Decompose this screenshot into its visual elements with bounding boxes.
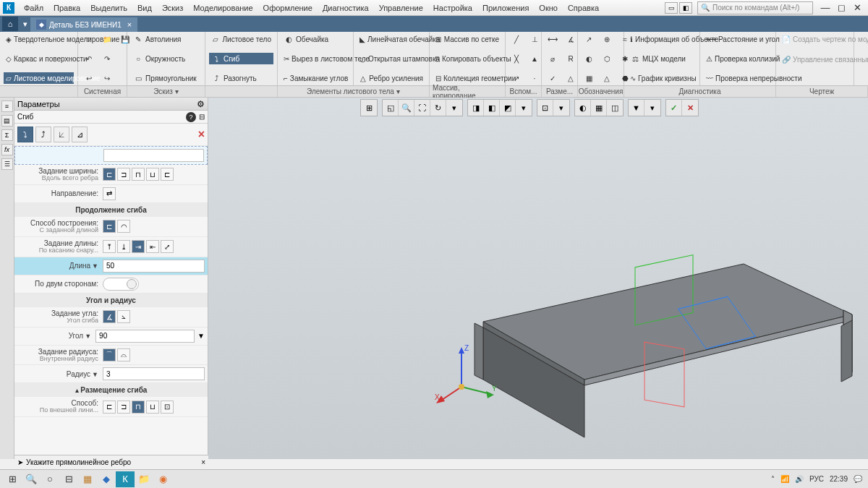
orientation-triad[interactable]: Z Y X: [433, 343, 498, 408]
vp-sec3[interactable]: ◫: [607, 100, 623, 116]
layout-icon-1[interactable]: ▭: [665, 2, 678, 14]
list-icon[interactable]: ☰: [1, 158, 13, 170]
twosides-toggle[interactable]: [103, 278, 139, 291]
vp-sec1[interactable]: ◐: [575, 100, 591, 116]
lang-indicator[interactable]: РУС: [809, 475, 824, 483]
vars-icon[interactable]: Σ: [1, 129, 13, 141]
app2-icon[interactable]: ◆: [97, 471, 116, 487]
cut-button[interactable]: ✂Вырез в листовом теле: [281, 53, 349, 64]
vp-snap[interactable]: ⊞: [361, 100, 377, 116]
menu-window[interactable]: Окно: [534, 1, 563, 14]
menu-manage[interactable]: Управление: [374, 1, 428, 14]
len-opt5[interactable]: ⤢: [161, 240, 174, 253]
app4-icon[interactable]: ◉: [153, 471, 172, 487]
app1-icon[interactable]: ▦: [78, 471, 97, 487]
width-opt5[interactable]: ⊏: [161, 168, 174, 181]
aux5[interactable]: ↗: [509, 72, 526, 84]
params-gear-icon[interactable]: ⚙: [197, 99, 205, 109]
tree-icon[interactable]: ≡: [1, 100, 13, 112]
copy-button[interactable]: ⎘Копировать объекты: [433, 53, 501, 64]
menu-view[interactable]: Вид: [132, 1, 157, 14]
vp-plane[interactable]: ◱: [383, 100, 399, 116]
open-stamp-button[interactable]: ◡Открытая штамповка: [357, 53, 425, 64]
ruled-button[interactable]: ◣Линейчатая обечайка: [357, 33, 425, 45]
mode-solid[interactable]: ◈Твердотельное моделирование: [4, 33, 74, 45]
build-opt1[interactable]: ⊏: [103, 220, 116, 233]
vp-sec2[interactable]: ▦: [591, 100, 607, 116]
vp-accept[interactable]: ✓: [666, 100, 682, 116]
place-opt2[interactable]: ⊐: [117, 401, 130, 414]
tray-up-icon[interactable]: ˄: [771, 475, 775, 483]
rib-button[interactable]: △Ребро усиления: [357, 72, 425, 84]
radius-input[interactable]: [103, 367, 205, 380]
len-opt4[interactable]: ⇤: [146, 240, 159, 253]
angle-opt2[interactable]: ⦣: [117, 310, 130, 323]
array-button[interactable]: ⊞Массив по сетке: [433, 33, 501, 45]
dim5[interactable]: ✓: [545, 72, 562, 84]
home-tab[interactable]: ⌂: [2, 17, 18, 31]
bend-button[interactable]: ⤵Сгиб: [209, 53, 273, 64]
menu-select[interactable]: Выделить: [85, 1, 132, 14]
section-placement[interactable]: Размещение сгиба: [80, 386, 147, 394]
start-button[interactable]: ⊞: [3, 471, 22, 487]
vp-wire[interactable]: ⊡: [537, 100, 553, 116]
width-opt4[interactable]: ⊔: [146, 168, 159, 181]
angle-opt1[interactable]: ∡: [103, 310, 116, 323]
forward-button[interactable]: ↪: [100, 72, 116, 84]
layers-icon[interactable]: ▤: [1, 115, 13, 127]
info-button[interactable]: ℹИнформация об объекте: [628, 33, 696, 45]
menu-apps[interactable]: Приложения: [477, 1, 534, 14]
cont-button[interactable]: 〰Проверка непрерывности: [704, 72, 772, 84]
taskview-icon[interactable]: ⊟: [59, 471, 78, 487]
menu-edit[interactable]: Правка: [48, 1, 85, 14]
3d-viewport[interactable]: ⊞ ◱ 🔍 ⛶ ↻ ▾ ◨ ◧ ◩ ▾ ⊡ ▾ ◐ ▦ ◫: [208, 98, 868, 459]
layout-icon-2[interactable]: ◧: [679, 2, 692, 14]
sound-icon[interactable]: 🔊: [795, 475, 804, 483]
ann7[interactable]: ▦: [582, 72, 598, 84]
tab-dropdown-icon[interactable]: ▾: [23, 20, 27, 29]
vp-more3[interactable]: ▾: [553, 100, 569, 116]
place-opt4[interactable]: ⊔: [146, 401, 159, 414]
vp-orbit[interactable]: ↻: [430, 100, 446, 116]
vp-zoom[interactable]: 🔍: [399, 100, 414, 116]
unbend-button[interactable]: ⤴Разогнуть: [209, 72, 273, 84]
vp-filter[interactable]: ▼: [629, 100, 644, 116]
mass-button[interactable]: ⚖МЦХ модели: [628, 53, 696, 64]
explorer-icon[interactable]: 📁: [135, 471, 153, 487]
len-opt3[interactable]: ⇥: [132, 240, 145, 253]
build-opt2[interactable]: ◠: [117, 220, 130, 233]
angle-input[interactable]: [95, 330, 195, 343]
ann1[interactable]: ↗: [582, 33, 598, 45]
menu-model[interactable]: Моделирование: [188, 1, 258, 14]
mode-sheet[interactable]: ▱Листовое моделирование: [4, 72, 74, 84]
ann8[interactable]: △: [600, 72, 616, 84]
vp-more4[interactable]: ▾: [644, 100, 660, 116]
new-button[interactable]: □: [82, 33, 98, 45]
collection-button[interactable]: ⊟Коллекция геометрии: [433, 72, 501, 84]
vp-more2[interactable]: ▾: [516, 100, 532, 116]
cortana-icon[interactable]: ○: [41, 471, 59, 487]
menu-file[interactable]: Файл: [19, 1, 48, 14]
shell-button[interactable]: ◐Обечайка: [281, 33, 349, 45]
document-tab[interactable]: ◆ Деталь БЕЗ ИМЕНИ1 ×: [30, 17, 137, 32]
menu-settings[interactable]: Настройка: [428, 1, 477, 14]
angle-dd-icon[interactable]: ▼: [197, 332, 205, 340]
menu-diag[interactable]: Диагностика: [318, 1, 374, 14]
ann2[interactable]: ⊕: [600, 33, 616, 45]
bend-type-3[interactable]: ⟀: [54, 127, 69, 142]
undo-button[interactable]: ↶: [82, 53, 98, 64]
app-icon[interactable]: К: [3, 2, 14, 14]
clock[interactable]: 22:39: [830, 475, 848, 483]
collision-button[interactable]: ⚠Проверка коллизий: [704, 53, 772, 64]
vp-shade3[interactable]: ◩: [500, 100, 516, 116]
direction-toggle[interactable]: ⇄: [103, 187, 116, 200]
ann4[interactable]: ◐: [582, 53, 598, 64]
drawing-button[interactable]: 📄Создать чертеж по модели: [780, 33, 850, 45]
dim3[interactable]: ⌀: [545, 53, 562, 64]
close-button[interactable]: ✕: [850, 1, 864, 14]
edge-selection-input[interactable]: [103, 149, 204, 162]
mode-surface[interactable]: ◇Каркас и поверхности: [4, 53, 74, 64]
width-full[interactable]: ⊏: [103, 168, 116, 181]
vp-cancel[interactable]: ✕: [682, 100, 698, 116]
dim1[interactable]: ⟷: [545, 33, 562, 45]
